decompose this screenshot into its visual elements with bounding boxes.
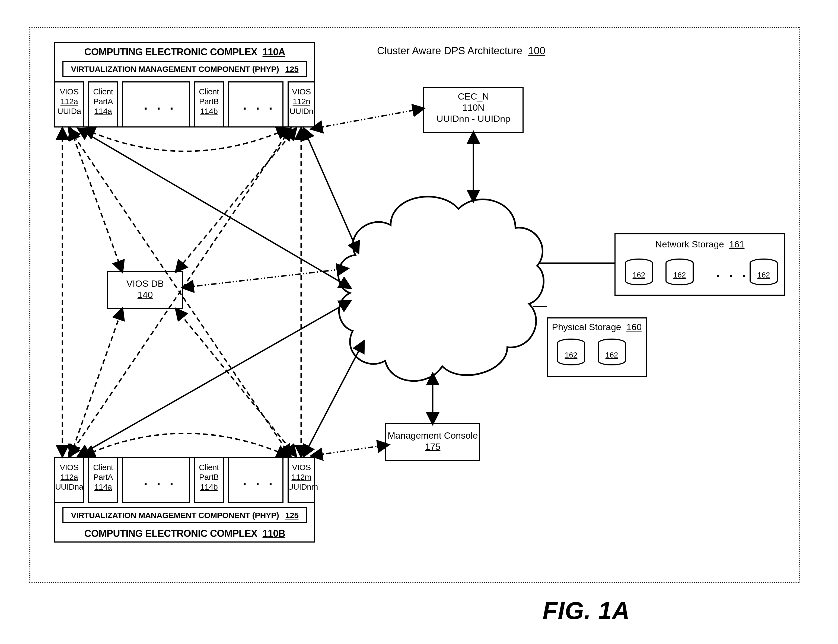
cec-a-clienta-labels: Client PartA 114a — [88, 87, 118, 116]
dsr-l1: Distributed Storage Repository — [371, 266, 497, 276]
cec-b-clientb-l2: PartB — [199, 473, 219, 481]
cec-a-vios2-l2: 112n — [293, 97, 311, 106]
cec-n-l3: UUIDnn - UUIDnp — [437, 113, 510, 124]
cec-a-clienta-l2: PartA — [93, 97, 113, 106]
cec-a-vios1-l1: VIOS — [60, 87, 79, 96]
cec-b-vmc-label: VIRTUALIZATION MANAGEMENT COMPONENT (PHY… — [65, 511, 304, 520]
phystor-l2: 160 — [626, 322, 642, 332]
vios-db-l1: VIOS DB — [127, 278, 164, 289]
cec-a-vios2-l3: UUIDn — [289, 107, 313, 115]
cec-a-clientb-labels: Client PartB 114b — [194, 87, 224, 116]
netstor-dots: . . . — [716, 264, 748, 280]
cec-a-vmc-text: VIRTUALIZATION MANAGEMENT COMPONENT (PHY… — [71, 64, 279, 74]
vios-db-labels: VIOS DB 140 — [107, 278, 183, 300]
cec-b-header: COMPUTING ELECTRONIC COMPLEX 110B — [57, 527, 312, 539]
cec-b-clienta-l1: Client — [93, 463, 113, 472]
diagram-title: Cluster Aware DPS Architecture 100 — [339, 45, 583, 57]
dsr-labels: Distributed Storage Repository 150 — [363, 266, 504, 288]
cec-a-clientb-l2: PartB — [199, 97, 219, 106]
cec-b-clienta-l3: 114a — [94, 482, 112, 491]
cec-n-l1: CEC_N — [458, 91, 489, 102]
cec-a-vios1-l2: 112a — [61, 97, 78, 106]
network-storage-label: Network Storage 161 — [615, 239, 785, 250]
cec-b-clienta-l2: PartA — [93, 473, 113, 481]
cec-b-vmc-ref: 125 — [285, 511, 299, 520]
cec-a-vios1-l3: UUIDa — [57, 107, 81, 115]
cec-b-vios2-l2: 112m — [291, 473, 311, 481]
cec-a-header-ref: 110A — [262, 46, 285, 58]
cec-b-header-ref: 110B — [262, 528, 285, 539]
cec-a-clientb-l1: Client — [199, 87, 219, 96]
title-ref: 100 — [528, 45, 545, 56]
cec-b-vios1-l3: UUIDna — [55, 482, 83, 491]
dsr-l2: 150 — [426, 277, 442, 288]
cec-a-vmc-label: VIRTUALIZATION MANAGEMENT COMPONENT (PHY… — [65, 64, 304, 74]
cec-b-dots2: . . . — [243, 473, 275, 489]
vios-db-l2: 140 — [138, 289, 153, 300]
netstor-l1: Network Storage — [656, 239, 724, 249]
cec-b-dots1: . . . — [144, 473, 176, 489]
cec-b-vios2-l1: VIOS — [292, 463, 311, 472]
cec-b-clientb-l3: 114b — [200, 482, 218, 491]
cec-a-dots2: . . . — [243, 97, 275, 113]
cec-a-dots1: . . . — [144, 97, 176, 113]
cec-a-header-text: COMPUTING ELECTRONIC COMPLEX — [84, 46, 257, 58]
phystor-l1: Physical Storage — [552, 322, 621, 332]
cec-b-vios1-l1: VIOS — [60, 463, 79, 472]
mgmt-l1: Management Console — [388, 430, 478, 440]
cec-b-vmc-text: VIRTUALIZATION MANAGEMENT COMPONENT (PHY… — [71, 511, 279, 520]
cec-n-labels: CEC_N 110N UUIDnn - UUIDnp — [423, 91, 524, 124]
mgmt-l2: 175 — [425, 441, 440, 452]
physical-storage-label: Physical Storage 160 — [547, 322, 647, 333]
cec-b-clientb-labels: Client PartB 114b — [194, 463, 224, 492]
cec-b-vios1-labels: VIOS 112a UUIDna — [54, 463, 84, 492]
cec-a-clienta-l3: 114a — [94, 107, 112, 115]
cec-b-vios1-l2: 112a — [61, 473, 78, 481]
title-text: Cluster Aware DPS Architecture — [377, 45, 523, 56]
cec-b-clienta-labels: Client PartA 114a — [88, 463, 118, 492]
cec-b-header-text: COMPUTING ELECTRONIC COMPLEX — [84, 528, 257, 539]
cec-a-clienta-l1: Client — [93, 87, 113, 96]
cec-a-header: COMPUTING ELECTRONIC COMPLEX 110A — [57, 46, 312, 58]
cec-a-clientb-l3: 114b — [200, 107, 218, 115]
cec-b-clientb-l1: Client — [199, 463, 219, 472]
cec-n-l2: 110N — [462, 102, 484, 113]
cec-b-vios2-l3: UUIDnm — [288, 482, 318, 491]
cec-a-vios1-labels: VIOS 112a UUIDa — [54, 87, 84, 116]
cec-a-vmc-ref: 125 — [285, 64, 299, 74]
cec-a-vios2-labels: VIOS 112n UUIDn — [288, 87, 315, 116]
figure-label: FIG. 1A — [542, 597, 630, 625]
mgmt-console-labels: Management Console 175 — [385, 430, 480, 452]
cec-a-vios2-l1: VIOS — [292, 87, 311, 96]
cec-b-vios2-labels: VIOS 112m UUIDnm — [288, 463, 315, 492]
netstor-l2: 161 — [729, 239, 745, 249]
